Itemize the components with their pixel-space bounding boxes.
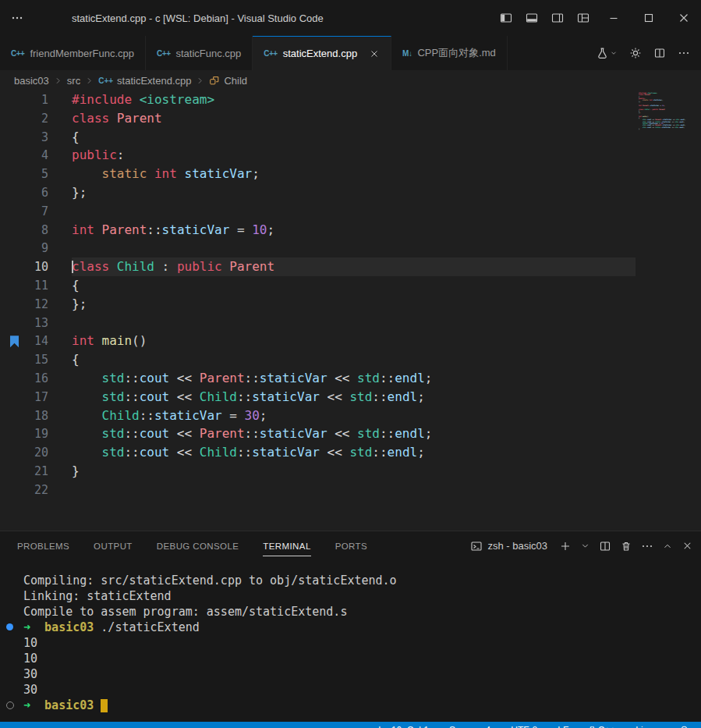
kill-terminal-trash-icon[interactable]: [620, 540, 632, 552]
close-panel-icon[interactable]: [682, 540, 693, 552]
code-token: ::: [372, 389, 387, 404]
toggle-primary-sidebar-icon[interactable]: [493, 0, 519, 36]
notifications-bell-icon[interactable]: [678, 725, 690, 728]
code-token: [109, 111, 117, 126]
code-token: 30: [23, 683, 37, 697]
tab-staticFunc[interactable]: C++ staticFunc.cpp: [146, 36, 253, 70]
editor-caret: [72, 261, 73, 273]
statusbar-item[interactable]: {} C++: [589, 725, 615, 728]
code-line[interactable]: 1#include <iostream>: [0, 91, 701, 109]
breadcrumb-folder[interactable]: src: [67, 75, 80, 87]
statusbar-item[interactable]: LF: [558, 725, 568, 728]
code-line[interactable]: 7: [0, 202, 701, 221]
code-line[interactable]: 16 std::cout << Parent::staticVar << std…: [0, 369, 701, 388]
panel-tab-debug-console[interactable]: DEBUG CONSOLE: [157, 542, 239, 551]
launch-profile-chevron-icon[interactable]: [580, 541, 590, 551]
code-line[interactable]: 8int Parent::staticVar = 10;: [0, 221, 701, 240]
code-token: Parent: [117, 111, 162, 126]
code-token: ::: [124, 371, 139, 385]
line-number: 3: [0, 129, 48, 147]
statusbar-item[interactable]: UTF-8: [511, 725, 537, 728]
code-lines: 1#include <iostream>2class Parent3{4publ…: [0, 91, 701, 531]
close-tab-icon[interactable]: [369, 48, 380, 59]
breadcrumb-file[interactable]: staticExtend.cpp: [117, 75, 191, 87]
editor-tabs: C++ friendMemberFunc.cpp C++ staticFunc.…: [0, 36, 701, 70]
code-token: {: [72, 130, 80, 144]
code-line[interactable]: 13: [0, 314, 701, 332]
code-token: Linking: staticExtend: [23, 589, 172, 603]
code-line[interactable]: 5 static int staticVar;: [0, 165, 701, 183]
tab-staticExtend-active[interactable]: C++ staticExtend.cpp: [253, 36, 391, 70]
gear-icon[interactable]: [629, 47, 642, 59]
maximize-panel-chevron-icon[interactable]: [662, 541, 673, 552]
new-terminal-icon[interactable]: [559, 540, 572, 552]
menu-overflow-icon[interactable]: [0, 12, 34, 24]
panel-tab-output[interactable]: OUTPUT: [94, 542, 133, 551]
code-line[interactable]: 9: [0, 239, 701, 257]
tab-cpp-oop-md[interactable]: M↓ CPP面向对象.md: [391, 36, 508, 70]
code-line[interactable]: 3{: [0, 128, 701, 147]
code-line[interactable]: 4public:: [0, 146, 701, 165]
code-token: ➜: [23, 620, 30, 634]
code-token: ;: [684, 126, 685, 128]
breadcrumb-symbol[interactable]: Child: [224, 75, 247, 87]
split-terminal-icon[interactable]: [599, 540, 611, 552]
minimize-button[interactable]: [596, 0, 631, 36]
code-line[interactable]: 21}: [0, 462, 701, 481]
terminal-output[interactable]: Compiling: src/staticExtend.cpp to obj/s…: [0, 560, 701, 722]
code-token: public: [177, 259, 222, 274]
terminal-icon: [470, 540, 483, 552]
panel-tab-problems[interactable]: PROBLEMS: [17, 542, 69, 551]
line-number: 21: [0, 463, 48, 481]
code-line[interactable]: 12};: [0, 295, 701, 314]
split-editor-icon[interactable]: [653, 47, 666, 59]
statusbar-item[interactable]: Spaces: 4: [449, 725, 490, 728]
terminal-line: ➜ basic03: [23, 698, 701, 713]
breadcrumb-folder[interactable]: basic03: [14, 75, 49, 87]
code-line[interactable]: 15{: [0, 350, 701, 369]
terminal-line: 30: [23, 682, 701, 698]
code-token: [94, 333, 102, 348]
command-decoration-gray[interactable]: [6, 701, 14, 709]
minimap[interactable]: #include <iostream>class Parent{public: …: [634, 92, 701, 132]
maximize-button[interactable]: [631, 0, 666, 36]
editor[interactable]: 1#include <iostream>2class Parent3{4publ…: [0, 91, 701, 531]
code-line[interactable]: 11{: [0, 276, 701, 295]
code-line[interactable]: 19 std::cout << Parent::staticVar << std…: [0, 424, 701, 443]
code-token: staticVar: [260, 371, 327, 385]
line-number: 13: [0, 314, 48, 333]
panel-tab-ports[interactable]: PORTS: [335, 542, 367, 551]
code-token: Parent: [102, 222, 147, 237]
tab-friendMemberFunc[interactable]: C++ friendMemberFunc.cpp: [0, 36, 146, 70]
code-line[interactable]: 18 Child::staticVar = 30;: [0, 407, 701, 425]
code-line[interactable]: 20 std::cout << Child::staticVar << std:…: [0, 443, 701, 462]
code-line[interactable]: 22: [0, 481, 701, 499]
code-line[interactable]: 2class Parent: [0, 109, 701, 128]
command-decoration-blue[interactable]: [6, 623, 13, 630]
code-token: =: [222, 408, 245, 423]
code-line[interactable]: 6};: [0, 183, 701, 202]
customize-layout-icon[interactable]: [570, 0, 596, 36]
line-number: 20: [0, 444, 48, 463]
statusbar-item[interactable]: Linux: [636, 725, 658, 728]
toggle-panel-icon[interactable]: [519, 0, 544, 36]
close-window-button[interactable]: [666, 0, 701, 36]
code-token: [94, 222, 102, 237]
code-token: endl: [388, 445, 418, 460]
panel-tab-terminal[interactable]: TERMINAL: [263, 542, 310, 551]
toggle-secondary-sidebar-icon[interactable]: [544, 0, 570, 36]
more-actions-icon[interactable]: [678, 47, 690, 59]
code-token: std: [102, 426, 125, 441]
code-token: int: [72, 333, 94, 348]
panel-more-actions-icon[interactable]: [641, 540, 653, 552]
code-token: staticVar: [252, 445, 320, 460]
code-line[interactable]: 10class Child : public Parent: [0, 257, 701, 276]
code-token: [72, 445, 102, 460]
line-number: 16: [0, 370, 48, 389]
code-line[interactable]: 17 std::cout << Child::staticVar << std:…: [0, 388, 701, 407]
code-line[interactable]: 14int main(): [0, 332, 701, 350]
terminal-picker[interactable]: zsh - basic03: [470, 540, 547, 552]
statusbar-item[interactable]: Ln 10, Col 1: [378, 725, 429, 728]
run-task-button[interactable]: [596, 47, 618, 60]
line-number: 6: [0, 184, 48, 203]
